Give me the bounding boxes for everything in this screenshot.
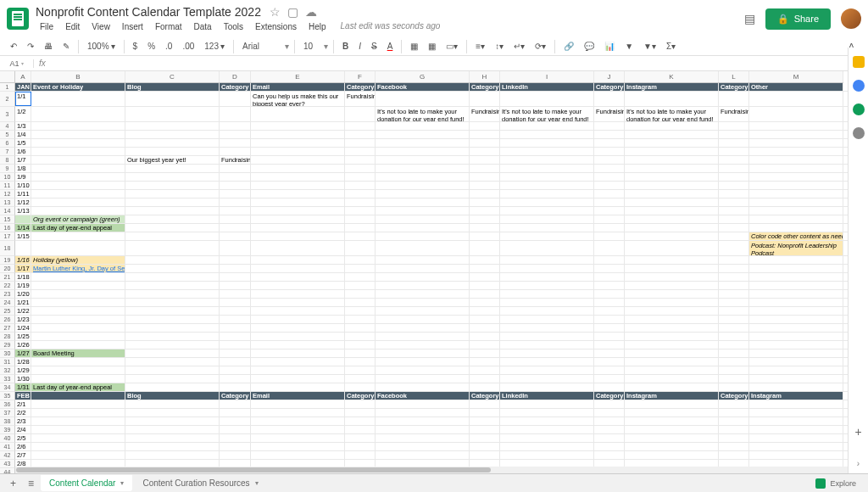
cell[interactable]: 1/4 [15, 131, 31, 138]
cell[interactable]: 1/6 [15, 148, 31, 155]
cell[interactable] [345, 224, 376, 232]
cell[interactable] [251, 299, 345, 306]
cell[interactable] [470, 443, 500, 450]
cell[interactable] [220, 341, 251, 349]
row-header[interactable]: 34 [0, 383, 15, 392]
row-header[interactable]: 31 [0, 358, 15, 366]
cell[interactable] [500, 215, 594, 223]
cell[interactable] [31, 273, 125, 281]
cell[interactable]: Our biggest year yet! [125, 156, 220, 164]
cell[interactable]: 2/4 [15, 426, 31, 433]
row-header[interactable]: 39 [0, 426, 15, 434]
cell[interactable] [376, 265, 470, 272]
col-header[interactable]: F [345, 71, 376, 82]
cell[interactable] [376, 198, 470, 206]
cell[interactable] [220, 207, 251, 215]
cell[interactable] [376, 207, 470, 215]
row-header[interactable]: 28 [0, 333, 15, 341]
cell[interactable] [470, 400, 500, 408]
cell[interactable] [345, 241, 376, 255]
cell[interactable] [125, 122, 220, 130]
row-header[interactable]: 32 [0, 366, 15, 375]
menu-file[interactable]: File [36, 21, 58, 32]
cell[interactable] [470, 215, 500, 223]
row-header[interactable]: 26 [0, 316, 15, 324]
cell[interactable] [376, 190, 470, 198]
cell[interactable] [719, 324, 749, 332]
cell[interactable] [500, 417, 594, 425]
cell[interactable]: 1/30 [15, 375, 31, 383]
cell[interactable]: Martin Luther King, Jr. Day of Service [31, 265, 125, 272]
cell[interactable] [125, 349, 220, 357]
cell[interactable]: 1/12 [15, 198, 31, 206]
cell[interactable]: It's not too late to make your donation … [376, 107, 470, 121]
format-dec-increase[interactable]: .00 [179, 39, 198, 53]
cell[interactable] [251, 366, 345, 374]
cell[interactable]: Category [594, 392, 625, 400]
cell[interactable]: 2/5 [15, 434, 31, 442]
cell[interactable] [31, 316, 125, 323]
cell[interactable] [31, 207, 125, 215]
cell[interactable] [376, 290, 470, 298]
cell[interactable] [500, 383, 594, 391]
cell[interactable] [125, 333, 220, 340]
cell[interactable] [749, 139, 843, 147]
cell[interactable] [125, 232, 220, 240]
cell[interactable] [625, 307, 719, 315]
cell[interactable] [251, 417, 345, 425]
cell[interactable] [376, 349, 470, 357]
cell[interactable] [345, 139, 376, 147]
cell[interactable] [251, 290, 345, 298]
cell[interactable] [220, 282, 251, 289]
cell[interactable] [625, 139, 719, 147]
cell[interactable] [251, 165, 345, 172]
cell[interactable] [220, 417, 251, 425]
cell[interactable] [125, 383, 220, 391]
cell[interactable] [345, 215, 376, 223]
cell[interactable] [125, 417, 220, 425]
col-header[interactable]: M [749, 71, 843, 82]
contacts-addon-icon[interactable] [853, 127, 865, 139]
cell[interactable] [500, 426, 594, 433]
cell[interactable] [470, 198, 500, 206]
cell[interactable] [31, 307, 125, 315]
cell[interactable] [500, 198, 594, 206]
cell[interactable] [125, 307, 220, 315]
cell[interactable] [345, 148, 376, 155]
cell[interactable] [125, 273, 220, 281]
sheet-tab-active[interactable]: Content Calendar ▾ [41, 475, 132, 491]
cell[interactable]: JAN [15, 83, 31, 91]
cell[interactable]: 1/13 [15, 207, 31, 215]
cell[interactable] [220, 434, 251, 442]
borders-icon[interactable]: ▦ [425, 39, 439, 53]
comment-icon[interactable]: 💬 [581, 39, 598, 53]
cell[interactable] [594, 417, 625, 425]
cell[interactable] [251, 409, 345, 417]
cell[interactable] [31, 324, 125, 332]
halign-icon[interactable]: ≡▾ [472, 40, 488, 53]
side-panel-collapse-icon[interactable]: › [857, 459, 860, 468]
cell[interactable] [31, 290, 125, 298]
chart-icon[interactable]: 📊 [601, 39, 618, 53]
cell[interactable] [376, 148, 470, 155]
cell[interactable] [719, 409, 749, 417]
star-icon[interactable]: ☆ [270, 5, 281, 19]
cell[interactable] [220, 232, 251, 240]
cell[interactable] [345, 307, 376, 315]
cell[interactable] [500, 173, 594, 181]
cell[interactable] [470, 241, 500, 255]
row-header[interactable]: 22 [0, 282, 15, 290]
cell[interactable] [749, 182, 843, 189]
cell[interactable] [125, 316, 220, 323]
cell[interactable] [31, 451, 125, 459]
cell[interactable] [625, 316, 719, 323]
cell[interactable] [625, 207, 719, 215]
row-header[interactable]: 24 [0, 299, 15, 307]
cell[interactable] [31, 375, 125, 383]
cell[interactable] [125, 451, 220, 459]
cell[interactable] [31, 190, 125, 198]
cell[interactable] [625, 383, 719, 391]
cell[interactable] [625, 92, 719, 106]
cell[interactable] [251, 122, 345, 130]
cell[interactable] [500, 256, 594, 264]
